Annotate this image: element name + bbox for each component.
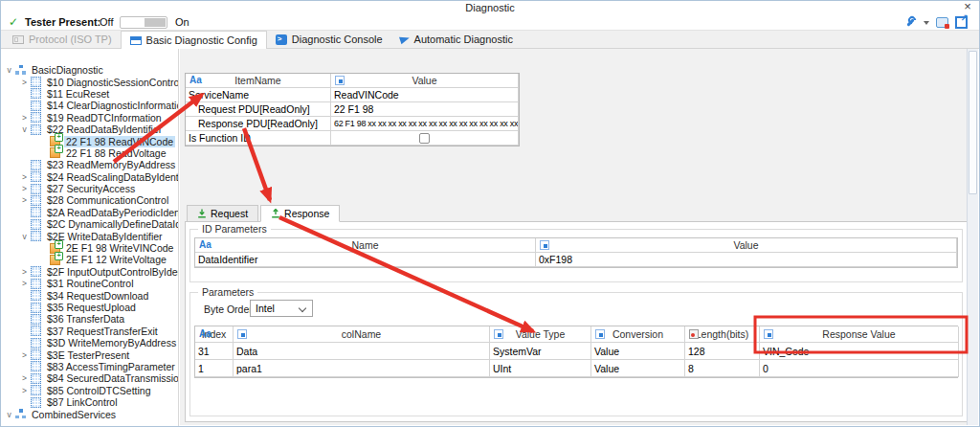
expand-arrow-icon[interactable]	[18, 267, 31, 277]
service-tree-panel: BasicDiagnostic $10 DiagnosticSessionCon…	[1, 49, 179, 426]
param-colname-cell[interactable]: Data	[234, 343, 490, 360]
tree-item[interactable]: 22 F1 98 ReadVINCode	[1, 135, 178, 146]
param-conversion-cell[interactable]: Value	[591, 360, 685, 377]
text-type-icon: Aa	[199, 238, 212, 252]
tree-item[interactable]: $35 RequestUpload	[1, 302, 178, 313]
tree-item[interactable]: $10 DiagnosticSessionControl	[1, 76, 178, 87]
tree-item[interactable]: $3D WriteMemoryByAddress	[1, 337, 178, 348]
tree-item-label: $27 SecurityAccess	[45, 183, 137, 194]
expand-arrow-icon[interactable]	[18, 350, 31, 360]
tree-item[interactable]: 22 F1 88 ReadVoltage	[1, 147, 178, 159]
tree-item[interactable]: $85 ControlDTCSetting	[1, 385, 178, 396]
numeric-type-icon	[335, 76, 345, 85]
tree-item-label: $37 RequestTransferExit	[45, 326, 160, 337]
param-value-type-cell[interactable]: SystemVar	[490, 343, 591, 360]
tree-item[interactable]: $27 SecurityAccess	[1, 183, 178, 194]
tree-item-label: $28 CommunicationControl	[45, 194, 170, 206]
save-close-icon[interactable]	[936, 17, 948, 28]
is-function-id-checkbox[interactable]	[419, 133, 430, 144]
table-row: ServiceName ReadVINCode	[186, 88, 519, 102]
expand-arrow-icon[interactable]	[18, 373, 31, 383]
tab-protocol-iso-tp[interactable]: Protocol (ISO TP)	[4, 31, 121, 48]
request-pdu-value[interactable]: 22 F1 98	[331, 102, 519, 117]
tree-item[interactable]: $28 CommunicationControl	[1, 194, 178, 206]
expand-arrow-icon[interactable]	[18, 78, 31, 87]
response-pdu-value[interactable]: 62 F1 98 xx xx xx xx xx xx xx xx xx xx x…	[331, 117, 519, 131]
tree-item[interactable]: 2E F1 12 WriteVoltage	[1, 254, 178, 265]
tree-item[interactable]: $84 SecuredDataTransmission	[1, 372, 178, 384]
tree-item[interactable]: $2E WriteDataByIdentifier	[1, 230, 178, 241]
expand-arrow-icon[interactable]	[18, 124, 31, 134]
tree-item-icon	[31, 124, 41, 135]
expand-arrow-icon[interactable]	[3, 65, 15, 75]
tester-present-toggle[interactable]	[120, 16, 167, 29]
param-value-type-cell[interactable]: UInt	[490, 360, 591, 377]
expand-arrow-icon[interactable]	[18, 232, 31, 241]
tree-item[interactable]: $37 RequestTransferExit	[1, 326, 178, 337]
scrollbar-thumb[interactable]	[969, 51, 977, 194]
numeric-type-icon	[595, 329, 605, 339]
tab-diagnostic-console[interactable]: > Diagnostic Console	[267, 31, 391, 48]
id-parameters-group: ID Parameters Aa Name Value DataIdent	[189, 229, 963, 282]
parameters-table-header: Aa Index colName Value Type	[195, 326, 957, 343]
id-parameters-table: Aa Name Value DataIdentifier 0xF198	[194, 237, 958, 268]
tree-item[interactable]: $23 ReadMemoryByAddress	[1, 159, 178, 170]
tree-item[interactable]: $24 ReadScalingDataByIdentifier	[1, 171, 178, 183]
tree-item[interactable]: CombinedServices	[1, 408, 178, 419]
export-icon[interactable]	[955, 16, 968, 29]
tree-item[interactable]: $2A ReadDataByPeriodicIdentifier	[1, 207, 178, 218]
tab-request[interactable]: Request	[187, 205, 258, 222]
tree-item-label: CombinedServices	[30, 409, 118, 420]
tree-item[interactable]: $22 ReadDataByIdentifier	[1, 124, 178, 135]
param-length-cell[interactable]: 8	[685, 360, 760, 377]
tree-item-icon	[31, 373, 41, 384]
tree-item[interactable]: $36 TransferData	[1, 313, 178, 325]
expand-arrow-icon[interactable]	[18, 172, 31, 182]
param-colname-cell[interactable]: para1	[234, 360, 490, 377]
tree-item[interactable]: $34 RequestDownload	[1, 289, 178, 301]
tree-item-label: $24 ReadScalingDataByIdentifier	[45, 171, 179, 183]
data-identifier-value[interactable]: 0xF198	[536, 253, 957, 267]
wrench-icon[interactable]	[904, 16, 917, 29]
param-conversion-cell[interactable]: Value	[591, 343, 685, 360]
tree-item-icon	[15, 65, 26, 76]
expand-arrow-icon[interactable]	[18, 195, 31, 205]
tab-basic-diagnostic-config[interactable]: Basic Diagnostic Config	[121, 31, 267, 49]
expand-arrow-icon[interactable]	[18, 113, 31, 123]
tree-item[interactable]: $2C DynamicallyDefineDataIdentifier	[1, 218, 178, 230]
tab-automatic-diagnostic[interactable]: Automatic Diagnostic	[391, 31, 522, 48]
colname-column-header: colName	[234, 326, 490, 343]
tree-item[interactable]: $83 AccessTimingParameter	[1, 361, 178, 372]
expand-arrow-icon[interactable]	[3, 410, 15, 419]
tree-item[interactable]: BasicDiagnostic	[1, 64, 178, 76]
tree-item-label: $3D WriteMemoryByAddress	[45, 337, 178, 348]
tree-item[interactable]: $2F InputOutputControlByIdentifier	[1, 266, 178, 278]
expand-arrow-icon[interactable]	[18, 279, 31, 288]
tree-item-label: $34 RequestDownload	[45, 290, 150, 302]
wrench-dropdown-icon[interactable]	[924, 21, 929, 25]
tab-response[interactable]: Response	[260, 205, 340, 222]
expand-arrow-icon[interactable]	[18, 184, 31, 193]
tree-item[interactable]: 2E F1 98 WriteVINCode	[1, 242, 178, 254]
expand-arrow-icon[interactable]	[18, 386, 31, 395]
tree-item-icon	[31, 385, 41, 395]
tree-item[interactable]: $31 RoutineControl	[1, 278, 178, 289]
tree-item-label: $84 SecuredDataTransmission	[45, 372, 179, 384]
tree-item[interactable]: $11 EcuReset	[1, 88, 178, 100]
param-length-cell[interactable]: 128	[685, 343, 760, 360]
tree-item[interactable]: $19 ReadDTCInformation	[1, 112, 178, 124]
tree-item-icon	[31, 101, 41, 111]
service-name-value[interactable]: ReadVINCode	[331, 88, 519, 102]
param-response-value-cell[interactable]: VIN_Code	[760, 343, 959, 360]
tree-item-label: BasicDiagnostic	[30, 64, 105, 76]
toggle-knob	[145, 18, 166, 27]
upload-icon	[271, 209, 280, 218]
tree-item-icon	[31, 361, 41, 371]
tree-item[interactable]: $14 ClearDiagnosticInformation	[1, 100, 178, 111]
vertical-scrollbar[interactable]	[967, 49, 978, 425]
tree-item[interactable]: $3E TesterPresent	[1, 348, 178, 360]
byte-order-select[interactable]: Intel	[250, 300, 313, 317]
param-response-value-cell[interactable]: 0	[760, 360, 959, 377]
tree-item[interactable]: $87 LinkControl	[1, 396, 178, 408]
numeric-type-icon	[764, 329, 773, 339]
